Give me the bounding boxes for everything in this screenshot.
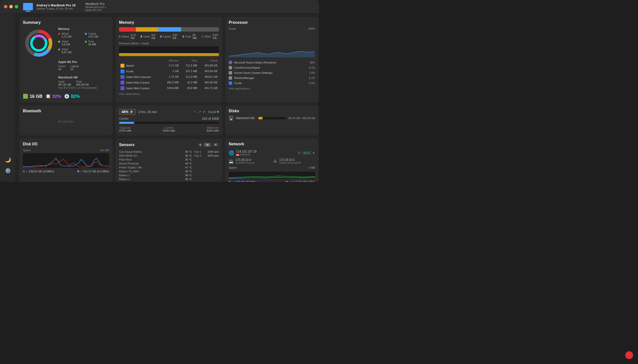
other-val: 6,07 GB: [62, 51, 71, 54]
main-grid: Summary: [16, 14, 319, 182]
bat-current: Current 8194 mAh: [163, 126, 175, 132]
battery-right: ↖ ↗ ✕ Good: [194, 110, 219, 114]
summary-card: Summary: [19, 17, 113, 102]
local-ip2: 172.20.10.1: [279, 158, 315, 162]
app-name: Safari Web Content: [126, 81, 149, 84]
current-val: 8194 mAh: [163, 129, 175, 132]
battery-stats: Capacity 3723 mAh Current 8194 mAh Maxim…: [119, 126, 219, 132]
hide-proc-apps[interactable]: Hide applications...: [229, 87, 315, 90]
country: 🇮🇩 Indonesia: [236, 153, 296, 156]
cache-dot: [85, 33, 87, 35]
io-read: ↙ 108,03 GB (10 MB/s): [23, 170, 54, 173]
sensor-val: 36 °C: [185, 170, 192, 173]
battery-close[interactable]: ✕: [203, 110, 206, 114]
minimize-button[interactable]: [9, 5, 13, 8]
app-real: 111,8 MB: [180, 74, 198, 80]
fan-row: Fan 2 1670 rpm: [194, 154, 219, 158]
sensors-controls: ✳ °C °F: [198, 142, 219, 148]
sensor-val: 47 °C: [185, 166, 192, 169]
mem-other-val: 6,07 GB: [213, 34, 219, 40]
model-info: MacBook Pro MacBookPro18,1 Apple M1 Pro: [85, 2, 106, 12]
cores-label: Cores: [58, 65, 65, 68]
maximize-button[interactable]: [15, 5, 18, 8]
cache-legend: Cache 3,57 GB: [85, 32, 109, 38]
battery-card: 48% ⚡ 2 hrs, 20 min ↖ ↗ ✕ Good: [116, 106, 222, 136]
sensors-title: Sensors: [119, 143, 134, 147]
app-memory: 2 GB: [162, 68, 180, 74]
proc-header: Cores 100%: [229, 27, 315, 30]
net-public-row: 🌐 114.122.137.19 🇮🇩 Indonesia ↻ Wi-Fi ▼: [229, 149, 315, 157]
battery-charging: ⚡: [129, 110, 134, 114]
disk-sizes: 86,76 GB / 494,38 GB: [288, 117, 315, 120]
chip-name: Apple M1 Pro: [85, 8, 106, 12]
network-card: Network 🌐 114.122.137.19 🇮🇩 Indonesia ↻ …: [225, 138, 318, 182]
wifi-badge[interactable]: Wi-Fi: [302, 151, 311, 155]
logical-spec: Logical 10: [70, 65, 79, 70]
hide-memory-apps[interactable]: Hide applications...: [119, 92, 219, 95]
disk-bar-container: [258, 117, 286, 119]
main-window: Andrey's MacBook Pro 16 Uptime: 5 days, …: [0, 0, 319, 182]
battery-cycles-row: Cycles 152 of 1000: [119, 117, 219, 120]
disks-title: Disks: [229, 109, 315, 113]
download-val: 2,05 GB (20 KB/s): [235, 180, 256, 182]
read-arrow: ↙: [26, 170, 28, 173]
settings-button[interactable]: ⚙️: [4, 166, 12, 175]
celsius-badge[interactable]: °C: [204, 143, 211, 147]
ram-stat: 🟩 16 GB: [23, 94, 43, 99]
app-icon: [121, 81, 124, 84]
app-virtual: 401,08 GB: [199, 63, 219, 68]
refresh-icon[interactable]: ↻: [298, 151, 301, 155]
fahrenheit-badge[interactable]: °F: [212, 143, 219, 147]
wifi-dropdown[interactable]: ▼: [312, 151, 315, 155]
logical-label: Logical: [70, 65, 79, 68]
maximum-label: Maximum: [207, 126, 219, 129]
app-name-cell: Safari Web Content: [119, 85, 162, 91]
used-info: Used 3,6 GB: [62, 40, 70, 46]
battery-controls: ↖ ↗ ✕: [194, 110, 206, 114]
disk-free: Free 86,76 GB (7,27 GB purgeable): [58, 86, 109, 89]
mem-cache-dot: [160, 35, 162, 38]
upload-dot: [286, 181, 288, 182]
free-dot: [85, 41, 87, 43]
router-icon: 🖧: [273, 159, 277, 163]
app-name-cell: Sketch: [119, 63, 162, 68]
io-chart: [23, 153, 109, 168]
memory-app-table: Memory Real Virtual Sketch 2,71 GB 711,6…: [119, 58, 219, 91]
mem-used-label: Used: [143, 35, 150, 38]
col-real: Real: [180, 58, 198, 63]
mac1: f4:d4:88:75:ca:a1: [236, 162, 271, 164]
upload-val: 1,17 GB (466 KB/s): [292, 180, 315, 182]
app-icon: [121, 75, 124, 79]
used-dot: [58, 41, 60, 43]
battery-pct-badge: 48% ⚡: [119, 109, 136, 115]
sensor-val: 36 °C: [185, 150, 192, 153]
cycles-label: Cycles: [119, 117, 129, 120]
mem-other-dot: [201, 35, 203, 38]
mem-bar-cache: [158, 27, 181, 32]
mem-bar-wired: [119, 27, 136, 32]
other-label: Other: [62, 48, 71, 51]
disk-spec: Macintosh HD Used 407,62 GB Total 494,38…: [58, 76, 109, 89]
battery-icon2[interactable]: ↗: [198, 110, 201, 114]
dark-mode-button[interactable]: 🌙: [4, 156, 12, 164]
table-row: Safari Web Content 852,5 MB 41,2 MB 492,…: [119, 80, 219, 85]
app-memory: 549,6 MB: [162, 85, 180, 91]
fan-val: 1670 rpm: [208, 154, 219, 157]
used-label: Used: [62, 40, 70, 43]
disk-total-label: Total: [76, 80, 89, 83]
free-legend: Free 55 MB: [85, 40, 109, 46]
cores-val: 10: [58, 68, 65, 70]
upload-arrow: ↗: [289, 181, 291, 182]
list-item: Palm Rest 35 °C: [119, 158, 192, 162]
proc-app-name: Screen Saver (System Settings): [234, 71, 307, 74]
memory-legend: Memory Wired 2,71 GB: [58, 27, 109, 91]
disk-total-val: 494,38 GB: [76, 83, 89, 86]
net-local1-row: 💻 172.20.10.4 f4:d4:88:75:ca:a1 🖧 172.20…: [229, 157, 315, 165]
sensor-name: Power Supply 1 Alt.: [119, 166, 142, 169]
disk-row: 🖥️ Macintosh HD 86,76 GB / 494,38 GB: [229, 116, 315, 120]
close-button[interactable]: [4, 5, 7, 8]
battery-icon1[interactable]: ↖: [194, 110, 197, 114]
io-stats: ↙ 108,03 GB (10 MB/s) ↗ 314,37 GB (6,3 M…: [23, 170, 109, 173]
summary-inner: Memory Wired 2,71 GB: [23, 27, 109, 91]
app-real: 28,8 MB: [180, 85, 198, 91]
